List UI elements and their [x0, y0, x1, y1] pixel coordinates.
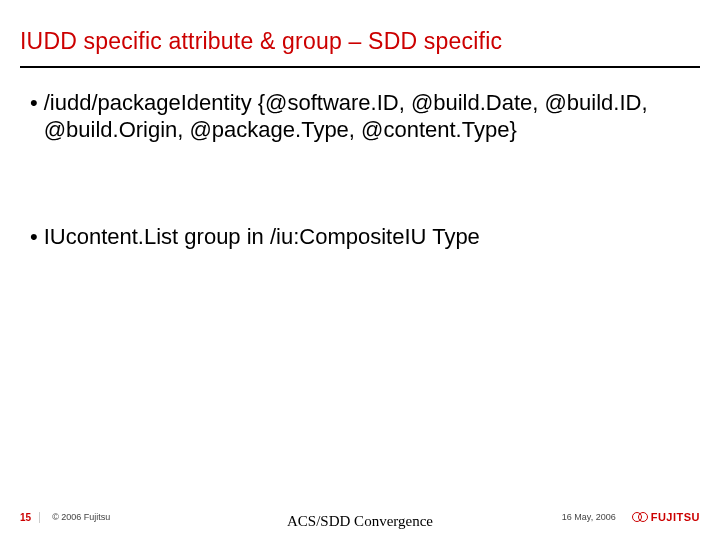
slide: IUDD specific attribute & group – SDD sp… — [0, 0, 720, 540]
bullet-dot: • — [30, 90, 38, 144]
logo-text: FUJITSU — [651, 511, 700, 523]
body-content: • /iudd/packageIdentity {@software.ID, @… — [30, 90, 690, 330]
fujitsu-logo: FUJITSU — [634, 510, 700, 524]
infinity-icon — [634, 510, 648, 524]
page-number: 15 — [20, 512, 40, 523]
footer-right: 16 May, 2006 FUJITSU — [562, 510, 700, 524]
bullet-text: /iudd/packageIdentity {@software.ID, @bu… — [44, 90, 690, 144]
title-underline — [20, 66, 700, 68]
footer-center: ACS/SDD Convergence — [287, 513, 433, 530]
bullet-item: • /iudd/packageIdentity {@software.ID, @… — [30, 90, 690, 144]
slide-title: IUDD specific attribute & group – SDD sp… — [20, 28, 700, 55]
footer-left: 15 © 2006 Fujitsu — [20, 512, 110, 523]
copyright: © 2006 Fujitsu — [52, 512, 110, 522]
bullet-dot: • — [30, 224, 38, 251]
bullet-text: IUcontent.List group in /iu:CompositeIU … — [44, 224, 480, 251]
footer-date: 16 May, 2006 — [562, 512, 616, 522]
bullet-item: • IUcontent.List group in /iu:CompositeI… — [30, 224, 690, 251]
